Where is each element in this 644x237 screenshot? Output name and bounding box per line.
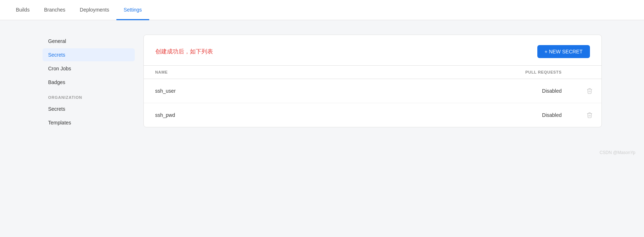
- delete-button-ssh-user[interactable]: [585, 86, 594, 96]
- sidebar-item-general[interactable]: General: [43, 35, 135, 48]
- sidebar-item-org-secrets[interactable]: Secrets: [43, 102, 135, 115]
- card-header: 创建成功后，如下列表 + NEW SECRET: [144, 35, 601, 65]
- page-footer: CSDN @MasonYp: [0, 144, 644, 161]
- tab-builds[interactable]: Builds: [9, 0, 37, 20]
- sidebar-item-badges[interactable]: Badges: [43, 76, 135, 89]
- tab-deployments[interactable]: Deployments: [72, 0, 116, 20]
- trash-icon: [586, 88, 593, 94]
- delete-button-ssh-pwd[interactable]: [585, 110, 594, 120]
- sidebar: General Secrets Cron Jobs Badges ORGANIZ…: [43, 35, 143, 130]
- organization-section-label: ORGANIZATION: [43, 89, 135, 102]
- tab-settings[interactable]: Settings: [116, 0, 149, 20]
- footer-text: CSDN @MasonYp: [600, 150, 635, 155]
- sidebar-item-org-templates[interactable]: Templates: [43, 116, 135, 129]
- delete-cell-ssh-pwd: [573, 103, 601, 127]
- tab-branches[interactable]: Branches: [37, 0, 72, 20]
- column-header-name: NAME: [144, 66, 325, 79]
- secrets-card: 创建成功后，如下列表 + NEW SECRET NAME PULL REQUES…: [143, 35, 602, 127]
- pull-requests-ssh-user: Disabled: [325, 79, 573, 103]
- sidebar-item-secrets[interactable]: Secrets: [43, 48, 135, 61]
- top-navigation: Builds Branches Deployments Settings: [0, 0, 644, 20]
- new-secret-button[interactable]: + NEW SECRET: [537, 45, 590, 58]
- column-header-pull-requests: PULL REQUESTS: [325, 66, 573, 79]
- secret-name-ssh-user: ssh_user: [144, 79, 325, 103]
- table-header-row: NAME PULL REQUESTS: [144, 66, 601, 79]
- pull-requests-ssh-pwd: Disabled: [325, 103, 573, 127]
- table-row: ssh_pwd Disabled: [144, 103, 601, 127]
- main-content: 创建成功后，如下列表 + NEW SECRET NAME PULL REQUES…: [143, 35, 602, 130]
- page-layout: General Secrets Cron Jobs Badges ORGANIZ…: [34, 20, 610, 144]
- secret-name-ssh-pwd: ssh_pwd: [144, 103, 325, 127]
- secrets-table: NAME PULL REQUESTS ssh_user Disabled: [144, 65, 601, 127]
- delete-cell-ssh-user: [573, 79, 601, 103]
- sidebar-item-cron-jobs[interactable]: Cron Jobs: [43, 62, 135, 75]
- table-row: ssh_user Disabled: [144, 79, 601, 103]
- card-title: 创建成功后，如下列表: [155, 48, 213, 56]
- trash-icon: [586, 112, 593, 118]
